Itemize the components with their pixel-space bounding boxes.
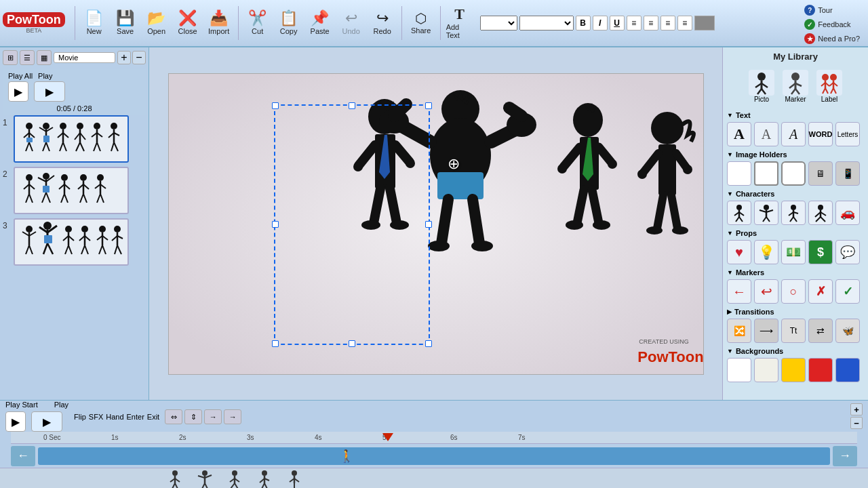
text-item-3[interactable]: A [781, 122, 806, 146]
import-button[interactable]: 📥 Import [204, 3, 234, 43]
exit-button[interactable]: → [224, 409, 241, 424]
enter-button[interactable]: → [204, 409, 222, 424]
bg-white[interactable] [727, 358, 751, 382]
share-button[interactable]: ⬡ Share [406, 3, 436, 43]
copy-button[interactable]: 📋 Copy [274, 3, 304, 43]
text-item-2[interactable]: A [754, 122, 778, 146]
text-item-1[interactable]: A [727, 122, 751, 146]
bottom-play-button[interactable]: ▶ [31, 411, 62, 432]
timeline-scroll-left[interactable]: ← [11, 446, 35, 466]
marker-arrow-left[interactable]: ← [727, 279, 751, 304]
pose-1[interactable] [163, 468, 187, 488]
img-holder-2[interactable] [754, 161, 778, 186]
tour-button[interactable]: ? Tour [802, 4, 863, 16]
img-holder-1[interactable] [727, 161, 751, 186]
remove-slide-button[interactable]: − [132, 51, 146, 64]
char-5[interactable]: 🚗 [835, 201, 860, 225]
timeline-bar[interactable]: 🚶 [38, 447, 830, 465]
slide-item-2[interactable]: 2 [3, 167, 146, 214]
bg-light[interactable] [754, 358, 778, 382]
redo-button[interactable]: ↪ Redo [368, 3, 397, 43]
text-color-picker[interactable] [694, 16, 715, 30]
backgrounds-section-header[interactable]: ▼ Backgrounds [727, 347, 864, 355]
add-text-button[interactable]: T Add Text [445, 3, 475, 43]
undo-button[interactable]: ↩ Undo [336, 3, 366, 43]
new-button[interactable]: 📄 New [79, 3, 109, 43]
bg-yellow[interactable] [781, 358, 806, 382]
save-button[interactable]: 💾 Save [111, 3, 140, 43]
img-holder-4[interactable]: 🖥 [808, 161, 833, 186]
pose-4[interactable] [252, 468, 277, 488]
feedback-button[interactable]: ✓ Feedback [802, 18, 863, 30]
paste-button[interactable]: 📌 Paste [305, 3, 335, 43]
picto-tab[interactable]: Picto [746, 67, 777, 106]
pose-2[interactable] [193, 468, 217, 488]
char-2[interactable] [754, 201, 778, 225]
align-right-button[interactable]: ≡ [660, 16, 675, 30]
align-center-button[interactable]: ≡ [644, 16, 658, 30]
img-holder-3[interactable] [781, 161, 806, 186]
close-button[interactable]: ❌ Close [173, 3, 203, 43]
transition-3[interactable]: Tt [781, 319, 806, 343]
prop-bulb[interactable]: 💡 [754, 240, 778, 264]
play-button[interactable]: ▶ [34, 81, 65, 102]
playhead-indicator[interactable] [382, 433, 393, 441]
transition-4[interactable]: ⇄ [808, 319, 833, 343]
open-button[interactable]: 📂 Open [142, 3, 172, 43]
flip-v-button[interactable]: ⇕ [184, 409, 202, 424]
flip-h-button[interactable]: ⇔ [165, 409, 182, 424]
need-pro-button[interactable]: ★ Need a Pro? [802, 33, 863, 45]
pose-5[interactable] [282, 468, 307, 488]
play-all-button[interactable]: ▶ [8, 81, 28, 102]
characters-section-header[interactable]: ▼ Characters [727, 190, 864, 198]
prop-money[interactable]: 💵 [781, 240, 806, 264]
bg-blue[interactable] [835, 358, 860, 382]
marker-check[interactable]: ✓ [835, 279, 860, 304]
bg-red[interactable] [808, 358, 833, 382]
prop-heart[interactable]: ♥ [727, 240, 751, 264]
thumb-view-button[interactable]: ▦ [37, 50, 52, 65]
slide-item-3[interactable]: 3 [3, 218, 146, 266]
char-1[interactable] [727, 201, 751, 225]
props-section-header[interactable]: ▼ Props [727, 229, 864, 237]
text-item-5[interactable]: Letters [835, 122, 860, 146]
underline-button[interactable]: U [610, 16, 625, 30]
list-view-button[interactable]: ☰ [20, 50, 35, 65]
library-tabs: Picto Marker [727, 67, 864, 106]
text-section-arrow: ▼ [727, 112, 733, 119]
font-size-select[interactable] [519, 16, 574, 30]
font-family-select[interactable] [480, 16, 517, 30]
grid-view-button[interactable]: ⊞ [3, 50, 18, 65]
markers-section-header[interactable]: ▼ Markers [727, 268, 864, 277]
italic-button[interactable]: I [593, 16, 608, 30]
prop-dollar[interactable]: $ [808, 240, 833, 264]
img-holder-5[interactable]: 📱 [835, 161, 860, 186]
marker-tab[interactable]: Marker [780, 67, 811, 106]
transition-5[interactable]: 🦋 [835, 319, 860, 343]
transition-1[interactable]: 🔀 [727, 319, 751, 343]
char-4[interactable] [808, 201, 833, 225]
align-left-button[interactable]: ≡ [627, 16, 642, 30]
pose-3[interactable] [222, 468, 247, 488]
transition-2[interactable]: ⟶ [754, 319, 778, 343]
main-canvas[interactable]: ⊕ [168, 73, 704, 375]
text-section-header[interactable]: ▼ Text [727, 111, 864, 119]
label-tab[interactable]: Label [814, 67, 845, 106]
add-slide-button[interactable]: + [117, 51, 131, 64]
image-holders-section-header[interactable]: ▼ Image Holders [727, 150, 864, 159]
char-3[interactable] [781, 201, 806, 225]
cut-button[interactable]: ✂️ Cut [243, 3, 273, 43]
marker-x[interactable]: ✗ [808, 279, 833, 304]
zoom-in-button[interactable]: + [850, 403, 863, 415]
marker-circle[interactable]: ○ [781, 279, 806, 304]
text-item-4[interactable]: WORD [808, 122, 833, 146]
marker-curve[interactable]: ↩ [754, 279, 778, 304]
timeline-scroll-right[interactable]: → [833, 446, 857, 466]
prop-speech[interactable]: 💬 [835, 240, 860, 264]
align-justify-button[interactable]: ≡ [677, 16, 692, 30]
transitions-section-header[interactable]: ▶ Transitions [727, 308, 864, 316]
bold-button[interactable]: B [576, 16, 591, 30]
slide-item-1[interactable]: 1 [3, 115, 146, 163]
bottom-play-start-button[interactable]: ▶ [5, 411, 26, 432]
zoom-out-button[interactable]: − [850, 417, 863, 429]
